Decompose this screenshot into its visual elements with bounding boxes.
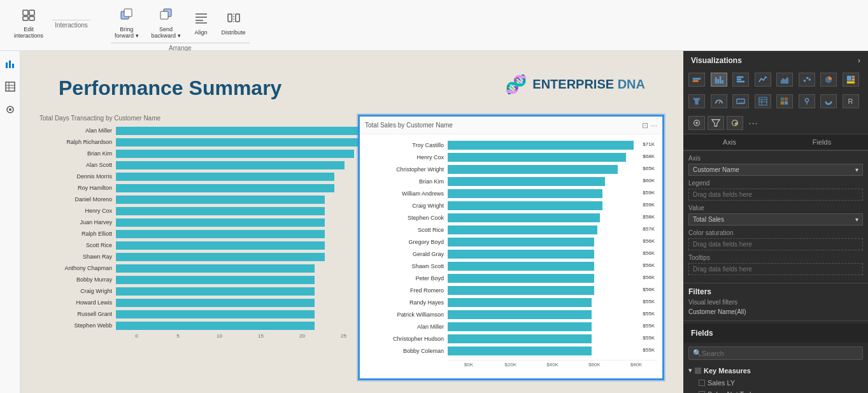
- bring-forward-label: Bringforward ▾: [115, 26, 139, 39]
- search-input[interactable]: [702, 350, 858, 357]
- left-bar-row: Roy Hamilton 22: [39, 183, 364, 193]
- chart-focus-icon[interactable]: ⊡: [642, 121, 648, 130]
- field-sales-not-today[interactable]: Sales Not Today: [683, 389, 868, 393]
- viz-bar-chart[interactable]: [711, 73, 727, 87]
- edit-interactions-button[interactable]: Edit interactions: [10, 5, 47, 41]
- right-bar-value: $55K: [643, 347, 655, 353]
- value-dropdown-icon[interactable]: ▾: [855, 216, 858, 223]
- viz-filter-icon[interactable]: [708, 116, 724, 130]
- viz-treemap[interactable]: [843, 73, 859, 87]
- right-bar-row: Peter Boyd $56K: [365, 273, 657, 284]
- axis-dropdown-icon[interactable]: ▾: [855, 166, 858, 173]
- format-rail-icon[interactable]: [3, 102, 18, 117]
- right-bar-container: $60K: [448, 177, 657, 186]
- left-bar-container: 24: [116, 150, 364, 158]
- key-measures-header[interactable]: ▾ Key Measures: [683, 364, 868, 377]
- right-bar-row: Randy Hayes $55K: [365, 297, 657, 308]
- svg-rect-1: [29, 10, 34, 15]
- left-bar-label: Ralph Richardson: [39, 139, 116, 145]
- left-x-axis-label: 10: [199, 333, 240, 339]
- svg-rect-51: [785, 97, 788, 101]
- right-bar-container: $71K: [448, 141, 657, 150]
- legend-drag-placeholder: Drag data fields here: [688, 189, 863, 201]
- left-bar-container: 21: [116, 253, 364, 261]
- left-bar-label: Howard Lewis: [39, 299, 116, 306]
- left-bar-fill: [116, 299, 315, 307]
- left-bar-fill: [116, 264, 315, 273]
- right-bar-fill: [448, 347, 592, 355]
- right-bar-container: $56K: [448, 250, 657, 259]
- viz-format-icon[interactable]: [688, 116, 705, 130]
- align-button[interactable]: Align: [190, 8, 213, 38]
- svg-rect-16: [9, 61, 11, 68]
- left-bar-container: 21: [116, 230, 364, 238]
- send-backward-button[interactable]: Sendbackward ▾: [148, 5, 185, 41]
- left-bar-container: 21: [116, 207, 364, 215]
- right-bar-row: Alan Miller $55K: [365, 321, 657, 332]
- right-bar-fill: [448, 262, 594, 271]
- viz-donut[interactable]: [820, 94, 837, 108]
- viz-line-chart[interactable]: [755, 73, 771, 87]
- left-bar-row: Howard Lewis 20: [39, 297, 364, 308]
- left-bar-container: 22: [116, 173, 364, 181]
- left-bar-row: Stephen Webb 20: [39, 320, 364, 331]
- search-box[interactable]: 🔍: [688, 347, 863, 360]
- axis-value-text: Customer Name: [693, 166, 739, 173]
- fields-section: Fields 🔍 ▾ Key Measures Sales LY: [683, 320, 868, 393]
- left-bar-fill: [116, 218, 325, 227]
- axis-value[interactable]: Customer Name ▾: [688, 164, 863, 176]
- right-bar-row: Stephen Cook $58K: [365, 212, 657, 224]
- field-sales-ly[interactable]: Sales LY: [683, 377, 868, 389]
- left-bar-fill: [116, 196, 325, 204]
- viz-card[interactable]: 123: [732, 94, 749, 108]
- right-bar-container: $55K: [448, 310, 657, 319]
- right-bar-fill: [448, 238, 594, 247]
- tooltips-placeholder: Drag data fields here: [688, 263, 863, 275]
- icon-rail: [0, 51, 20, 393]
- svg-rect-27: [717, 79, 719, 83]
- bar-chart-rail-icon[interactable]: [3, 56, 18, 71]
- left-bar-chart: Alan Miller 25 Ralph Richardson 25 Brian…: [39, 125, 364, 331]
- right-bar-label: Shawn Scott: [365, 263, 448, 269]
- viz-horizontal-bar[interactable]: [732, 73, 749, 87]
- right-bar-fill: [448, 334, 592, 343]
- right-bar-fill: [448, 213, 600, 222]
- left-bar-label: Anthony Chapman: [39, 265, 116, 271]
- viz-stacked-bar[interactable]: [688, 73, 705, 87]
- viz-area-chart[interactable]: [776, 73, 793, 87]
- bring-forward-button[interactable]: Bringforward ▾: [111, 5, 143, 41]
- right-chart-controls[interactable]: ⊡ ···: [642, 121, 657, 130]
- viz-map[interactable]: [799, 94, 815, 108]
- distribute-button[interactable]: Distribute: [218, 8, 250, 38]
- right-bar-row: Brian Kim $60K: [365, 176, 657, 187]
- viz-gauge[interactable]: [711, 94, 727, 108]
- axis-label: Axis: [688, 155, 863, 162]
- expand-icon[interactable]: ›: [858, 56, 860, 65]
- right-bar-fill: [448, 310, 592, 319]
- viz-waterfall[interactable]: R: [843, 94, 859, 108]
- viz-funnel[interactable]: [688, 94, 705, 108]
- left-bar-label: Alan Scott: [39, 162, 116, 168]
- viz-scatter[interactable]: [799, 73, 815, 87]
- chart-more-icon[interactable]: ···: [651, 121, 657, 130]
- viz-table[interactable]: [755, 94, 771, 108]
- table-rail-icon[interactable]: [3, 79, 18, 94]
- customer-filter-value[interactable]: Customer Name(All): [688, 307, 863, 317]
- svg-rect-52: [781, 101, 784, 104]
- left-bar-row: Alan Scott 23: [39, 160, 364, 170]
- tab-fields-side[interactable]: Fields: [776, 134, 868, 150]
- right-bar-fill: [448, 298, 592, 307]
- right-bar-label: William Andrews: [365, 190, 448, 197]
- left-bar-container: 20: [116, 276, 364, 284]
- right-bar-row: Craig Wright $59K: [365, 200, 657, 211]
- svg-rect-26: [715, 78, 716, 84]
- viz-pie[interactable]: [820, 73, 837, 87]
- right-bar-container: $55K: [448, 347, 657, 355]
- value-field[interactable]: Total Sales ▾: [688, 213, 863, 225]
- left-bar-fill: [116, 184, 334, 192]
- viz-matrix[interactable]: [776, 94, 793, 108]
- viz-analytics-icon[interactable]: ⚡: [727, 116, 743, 130]
- right-bar-row: Shawn Scott $56K: [365, 261, 657, 272]
- right-bar-value: $65K: [643, 166, 655, 171]
- tab-axis[interactable]: Axis: [683, 134, 776, 150]
